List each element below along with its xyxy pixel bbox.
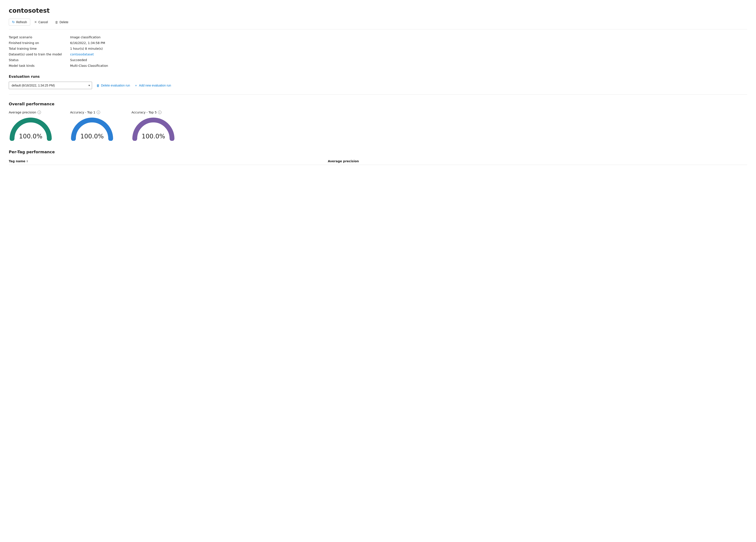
gauge-svg-1: 100.0%	[70, 117, 114, 141]
gauge-value-1: 100.0%	[80, 133, 104, 140]
model-task-value: Multi-Class Classification	[70, 64, 747, 67]
finished-training-label: Finished training on	[9, 41, 70, 45]
eval-select-wrapper: default (6/16/2022, 1:34:25 PM) ▾	[9, 82, 92, 89]
sort-arrow-icon: ↑	[26, 160, 28, 163]
eval-runs-row: default (6/16/2022, 1:34:25 PM) ▾ 🗑 Dele…	[9, 82, 747, 95]
evaluation-runs-title: Evaluation runs	[9, 75, 747, 79]
gauge-1: Accuracy - Top 1i100.0%	[70, 111, 114, 141]
per-tag-section: Per-Tag performance Tag name↑Average pre…	[9, 150, 747, 165]
toolbar: ↻ Refresh ✕ Cancel 🗑 Delete	[9, 19, 747, 29]
status-value: Succeeded	[70, 58, 747, 62]
info-icon-1[interactable]: i	[97, 111, 100, 114]
gauge-svg-0: 100.0%	[9, 117, 53, 141]
add-eval-run-button[interactable]: ＋ Add new evaluation run	[134, 83, 171, 88]
total-training-value: 1 hour(s) 8 minute(s)	[70, 47, 747, 50]
overall-performance-title: Overall performance	[9, 102, 747, 106]
delete-eval-run-button[interactable]: 🗑 Delete evaluation run	[96, 84, 130, 87]
gauge-label-1: Accuracy - Top 1i	[70, 111, 100, 114]
gauge-value-2: 100.0%	[142, 133, 165, 140]
cancel-icon: ✕	[34, 20, 37, 24]
total-training-label: Total training time	[9, 47, 70, 50]
info-icon-0[interactable]: i	[37, 111, 41, 114]
status-label: Status	[9, 58, 70, 62]
overall-performance-section: Overall performance Average precisioni10…	[9, 102, 747, 141]
target-scenario-value: Image classification	[70, 35, 747, 39]
cancel-button[interactable]: ✕ Cancel	[31, 19, 51, 25]
delete-icon: 🗑	[55, 20, 58, 24]
finished-training-value: 6/16/2022, 1:34:58 PM	[70, 41, 747, 45]
gauge-2: Accuracy - Top 5i100.0%	[131, 111, 175, 141]
refresh-icon: ↻	[12, 20, 15, 24]
delete-eval-icon: 🗑	[96, 84, 100, 87]
eval-run-select[interactable]: default (6/16/2022, 1:34:25 PM)	[9, 82, 92, 89]
plus-icon: ＋	[134, 83, 138, 88]
per-tag-col-0[interactable]: Tag name↑	[9, 158, 328, 165]
info-grid: Target scenario Image classification Fin…	[9, 35, 747, 67]
page-title: contosotest	[9, 7, 747, 14]
gauge-value-0: 100.0%	[19, 133, 43, 140]
delete-eval-label: Delete evaluation run	[101, 84, 130, 87]
datasets-label: Dataset(s) used to train the model	[9, 53, 70, 56]
refresh-label: Refresh	[16, 20, 27, 24]
target-scenario-label: Target scenario	[9, 35, 70, 39]
info-icon-2[interactable]: i	[158, 111, 161, 114]
evaluation-runs-section: Evaluation runs default (6/16/2022, 1:34…	[9, 75, 747, 95]
gauges-row: Average precisioni100.0%Accuracy - Top 1…	[9, 111, 747, 141]
refresh-button[interactable]: ↻ Refresh	[9, 19, 30, 26]
per-tag-table: Tag name↑Average precision	[9, 158, 747, 165]
per-tag-title: Per-Tag performance	[9, 150, 747, 154]
delete-label: Delete	[60, 20, 68, 24]
gauge-0: Average precisioni100.0%	[9, 111, 53, 141]
gauge-label-0: Average precisioni	[9, 111, 41, 114]
eval-actions: 🗑 Delete evaluation run ＋ Add new evalua…	[96, 83, 171, 88]
add-eval-label: Add new evaluation run	[139, 84, 171, 87]
datasets-link[interactable]: contosodataset	[70, 53, 747, 56]
model-task-label: Model task kinds	[9, 64, 70, 67]
gauge-label-2: Accuracy - Top 5i	[131, 111, 161, 114]
gauge-svg-2: 100.0%	[131, 117, 175, 141]
cancel-label: Cancel	[38, 20, 48, 24]
per-tag-col-1[interactable]: Average precision	[328, 158, 747, 165]
delete-button[interactable]: 🗑 Delete	[52, 19, 71, 25]
